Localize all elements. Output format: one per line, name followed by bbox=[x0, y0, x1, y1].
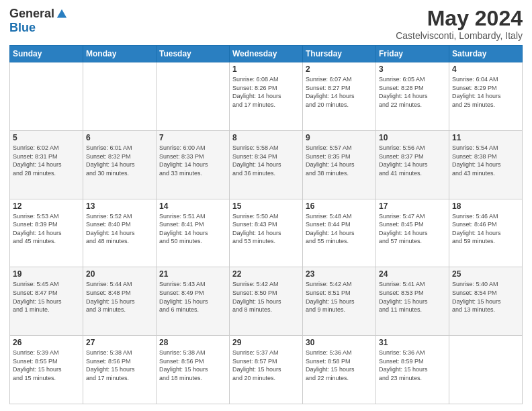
calendar: SundayMondayTuesdayWednesdayThursdayFrid… bbox=[9, 45, 523, 404]
header-monday: Monday bbox=[83, 46, 157, 62]
calendar-cell-w5-d5: 30Sunrise: 5:36 AM Sunset: 8:58 PM Dayli… bbox=[303, 336, 376, 404]
calendar-cell-w3-d7: 18Sunrise: 5:46 AM Sunset: 8:46 PM Dayli… bbox=[449, 199, 523, 267]
calendar-cell-w1-d4: 1Sunrise: 6:08 AM Sunset: 8:26 PM Daylig… bbox=[230, 62, 303, 131]
day-number: 13 bbox=[86, 201, 153, 211]
day-info: Sunrise: 5:41 AM Sunset: 8:53 PM Dayligh… bbox=[379, 280, 446, 314]
calendar-header: SundayMondayTuesdayWednesdayThursdayFrid… bbox=[10, 46, 523, 62]
day-info: Sunrise: 5:56 AM Sunset: 8:37 PM Dayligh… bbox=[379, 144, 446, 177]
day-info: Sunrise: 5:52 AM Sunset: 8:40 PM Dayligh… bbox=[86, 212, 153, 246]
day-info: Sunrise: 6:08 AM Sunset: 8:26 PM Dayligh… bbox=[232, 75, 300, 109]
header-friday: Friday bbox=[376, 46, 449, 62]
day-info: Sunrise: 5:43 AM Sunset: 8:49 PM Dayligh… bbox=[159, 280, 226, 314]
logo: General Blue bbox=[9, 7, 68, 35]
week-row-2: 5Sunrise: 6:02 AM Sunset: 8:31 PM Daylig… bbox=[10, 130, 523, 199]
day-number: 18 bbox=[452, 201, 519, 211]
day-number: 12 bbox=[13, 201, 80, 211]
day-info: Sunrise: 6:00 AM Sunset: 8:33 PM Dayligh… bbox=[159, 144, 226, 177]
header-saturday: Saturday bbox=[449, 46, 523, 62]
day-number: 14 bbox=[159, 201, 226, 211]
calendar-cell-w1-d6: 3Sunrise: 6:05 AM Sunset: 8:28 PM Daylig… bbox=[376, 62, 449, 131]
day-number: 9 bbox=[306, 133, 373, 142]
logo-text: General bbox=[9, 7, 68, 21]
day-info: Sunrise: 5:57 AM Sunset: 8:35 PM Dayligh… bbox=[306, 144, 373, 177]
day-info: Sunrise: 6:02 AM Sunset: 8:31 PM Dayligh… bbox=[13, 144, 80, 177]
day-number: 23 bbox=[306, 269, 373, 279]
calendar-cell-w2-d3: 7Sunrise: 6:00 AM Sunset: 8:33 PM Daylig… bbox=[157, 130, 230, 199]
calendar-cell-w2-d6: 10Sunrise: 5:56 AM Sunset: 8:37 PM Dayli… bbox=[376, 130, 449, 199]
day-number: 8 bbox=[232, 133, 300, 142]
day-number: 11 bbox=[452, 133, 519, 142]
calendar-body: 1Sunrise: 6:08 AM Sunset: 8:26 PM Daylig… bbox=[10, 62, 523, 404]
calendar-cell-w1-d7: 4Sunrise: 6:04 AM Sunset: 8:29 PM Daylig… bbox=[449, 62, 523, 131]
main-title: May 2024 bbox=[396, 7, 523, 30]
page: General Blue May 2024 Castelvisconti, Lo… bbox=[0, 0, 532, 411]
day-number: 16 bbox=[306, 201, 373, 211]
calendar-cell-w2-d4: 8Sunrise: 5:58 AM Sunset: 8:34 PM Daylig… bbox=[230, 130, 303, 199]
day-info: Sunrise: 5:37 AM Sunset: 8:57 PM Dayligh… bbox=[232, 349, 300, 382]
day-number: 28 bbox=[159, 338, 226, 347]
day-info: Sunrise: 5:38 AM Sunset: 8:56 PM Dayligh… bbox=[159, 349, 226, 382]
day-number: 15 bbox=[232, 201, 300, 211]
day-info: Sunrise: 5:45 AM Sunset: 8:47 PM Dayligh… bbox=[13, 280, 80, 314]
calendar-cell-w1-d2 bbox=[83, 62, 157, 131]
calendar-cell-w5-d1: 26Sunrise: 5:39 AM Sunset: 8:55 PM Dayli… bbox=[10, 336, 83, 404]
day-info: Sunrise: 5:39 AM Sunset: 8:55 PM Dayligh… bbox=[13, 349, 80, 382]
calendar-cell-w4-d5: 23Sunrise: 5:42 AM Sunset: 8:51 PM Dayli… bbox=[303, 267, 376, 336]
day-info: Sunrise: 5:40 AM Sunset: 8:54 PM Dayligh… bbox=[452, 280, 519, 314]
day-number: 26 bbox=[13, 338, 80, 347]
day-info: Sunrise: 5:36 AM Sunset: 8:58 PM Dayligh… bbox=[306, 349, 373, 382]
calendar-cell-w4-d2: 20Sunrise: 5:44 AM Sunset: 8:48 PM Dayli… bbox=[83, 267, 157, 336]
days-of-week-row: SundayMondayTuesdayWednesdayThursdayFrid… bbox=[10, 46, 523, 62]
day-info: Sunrise: 6:01 AM Sunset: 8:32 PM Dayligh… bbox=[86, 144, 153, 177]
day-number: 6 bbox=[86, 133, 153, 142]
header-sunday: Sunday bbox=[10, 46, 83, 62]
day-number: 31 bbox=[379, 338, 446, 347]
header-tuesday: Tuesday bbox=[157, 46, 230, 62]
calendar-cell-w4-d6: 24Sunrise: 5:41 AM Sunset: 8:53 PM Dayli… bbox=[376, 267, 449, 336]
day-info: Sunrise: 5:46 AM Sunset: 8:46 PM Dayligh… bbox=[452, 212, 519, 246]
calendar-cell-w1-d3 bbox=[157, 62, 230, 131]
calendar-cell-w3-d5: 16Sunrise: 5:48 AM Sunset: 8:44 PM Dayli… bbox=[303, 199, 376, 267]
calendar-cell-w5-d3: 28Sunrise: 5:38 AM Sunset: 8:56 PM Dayli… bbox=[157, 336, 230, 404]
week-row-1: 1Sunrise: 6:08 AM Sunset: 8:26 PM Daylig… bbox=[10, 62, 523, 131]
logo-general-text: General bbox=[9, 7, 54, 21]
day-number: 21 bbox=[159, 269, 226, 279]
day-number: 29 bbox=[232, 338, 300, 347]
logo-blue-text: Blue bbox=[9, 21, 36, 35]
day-number: 22 bbox=[232, 269, 300, 279]
calendar-cell-w4-d4: 22Sunrise: 5:42 AM Sunset: 8:50 PM Dayli… bbox=[230, 267, 303, 336]
day-number: 30 bbox=[306, 338, 373, 347]
logo-icon bbox=[56, 8, 68, 20]
day-info: Sunrise: 5:47 AM Sunset: 8:45 PM Dayligh… bbox=[379, 212, 446, 246]
sub-title: Castelvisconti, Lombardy, Italy bbox=[396, 30, 523, 41]
calendar-cell-w1-d5: 2Sunrise: 6:07 AM Sunset: 8:27 PM Daylig… bbox=[303, 62, 376, 131]
day-info: Sunrise: 5:42 AM Sunset: 8:51 PM Dayligh… bbox=[306, 280, 373, 314]
day-number: 3 bbox=[379, 64, 446, 74]
day-info: Sunrise: 5:48 AM Sunset: 8:44 PM Dayligh… bbox=[306, 212, 373, 246]
day-info: Sunrise: 5:50 AM Sunset: 8:43 PM Dayligh… bbox=[232, 212, 300, 246]
calendar-cell-w3-d6: 17Sunrise: 5:47 AM Sunset: 8:45 PM Dayli… bbox=[376, 199, 449, 267]
calendar-cell-w5-d6: 31Sunrise: 5:36 AM Sunset: 8:59 PM Dayli… bbox=[376, 336, 449, 404]
calendar-cell-w4-d1: 19Sunrise: 5:45 AM Sunset: 8:47 PM Dayli… bbox=[10, 267, 83, 336]
calendar-cell-w3-d3: 14Sunrise: 5:51 AM Sunset: 8:41 PM Dayli… bbox=[157, 199, 230, 267]
calendar-cell-w2-d1: 5Sunrise: 6:02 AM Sunset: 8:31 PM Daylig… bbox=[10, 130, 83, 199]
calendar-cell-w2-d7: 11Sunrise: 5:54 AM Sunset: 8:38 PM Dayli… bbox=[449, 130, 523, 199]
day-number: 10 bbox=[379, 133, 446, 142]
day-number: 17 bbox=[379, 201, 446, 211]
calendar-cell-w5-d7 bbox=[449, 336, 523, 404]
day-info: Sunrise: 5:58 AM Sunset: 8:34 PM Dayligh… bbox=[232, 144, 300, 177]
header: General Blue May 2024 Castelvisconti, Lo… bbox=[9, 7, 523, 41]
calendar-cell-w3-d1: 12Sunrise: 5:53 AM Sunset: 8:39 PM Dayli… bbox=[10, 199, 83, 267]
calendar-cell-w3-d4: 15Sunrise: 5:50 AM Sunset: 8:43 PM Dayli… bbox=[230, 199, 303, 267]
calendar-cell-w1-d1 bbox=[10, 62, 83, 131]
calendar-cell-w2-d5: 9Sunrise: 5:57 AM Sunset: 8:35 PM Daylig… bbox=[303, 130, 376, 199]
header-thursday: Thursday bbox=[303, 46, 376, 62]
day-number: 7 bbox=[159, 133, 226, 142]
day-info: Sunrise: 5:53 AM Sunset: 8:39 PM Dayligh… bbox=[13, 212, 80, 246]
day-number: 27 bbox=[86, 338, 153, 347]
day-number: 20 bbox=[86, 269, 153, 279]
week-row-4: 19Sunrise: 5:45 AM Sunset: 8:47 PM Dayli… bbox=[10, 267, 523, 336]
calendar-cell-w2-d2: 6Sunrise: 6:01 AM Sunset: 8:32 PM Daylig… bbox=[83, 130, 157, 199]
day-number: 1 bbox=[232, 64, 300, 74]
svg-marker-0 bbox=[57, 9, 66, 17]
